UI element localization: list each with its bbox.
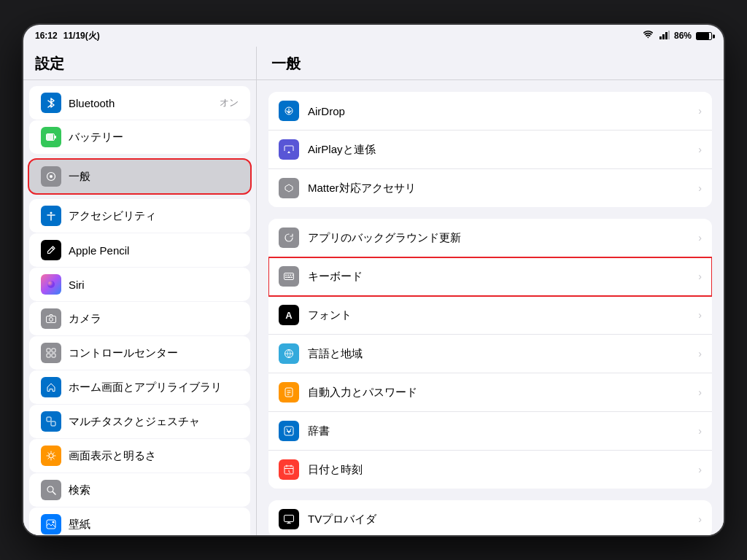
accessibility-label: アクセシビリティ xyxy=(69,209,239,223)
airdrop-label: AirDrop xyxy=(308,105,698,117)
sidebar-item-wallpaper[interactable]: 壁紙 xyxy=(29,508,250,535)
datetime-icon xyxy=(279,459,299,480)
airplay-icon xyxy=(279,139,299,160)
apprefresh-icon xyxy=(279,228,299,248)
right-item-apprefresh[interactable]: アプリのバックグラウンド更新 › xyxy=(268,219,712,257)
svg-rect-14 xyxy=(52,349,55,352)
keyboard-icon xyxy=(279,266,299,287)
svg-point-22 xyxy=(53,521,55,524)
autofill-icon xyxy=(279,382,299,402)
right-section-1: AirDrop › AirPlayと連係 › Mat xyxy=(268,92,712,207)
sidebar-item-battery[interactable]: バッテリー xyxy=(29,120,250,154)
svg-rect-28 xyxy=(292,275,293,276)
status-time: 16:12 xyxy=(35,31,58,41)
svg-point-10 xyxy=(47,281,55,288)
svg-rect-3 xyxy=(668,31,670,39)
camera-icon xyxy=(41,308,61,329)
airdrop-chevron: › xyxy=(698,105,702,117)
svg-rect-30 xyxy=(287,277,291,279)
sidebar-section-2: アクセシビリティ Apple Pencil Siri xyxy=(23,199,256,535)
sidebar-item-siri[interactable]: Siri xyxy=(29,268,250,301)
dictionary-icon xyxy=(279,421,299,441)
svg-rect-13 xyxy=(47,349,50,352)
autofill-label: 自動入力とパスワード xyxy=(308,386,698,400)
svg-rect-17 xyxy=(47,417,51,421)
svg-rect-31 xyxy=(291,277,293,279)
svg-rect-26 xyxy=(287,275,289,276)
sidebar-section-general: 一般 xyxy=(23,160,256,193)
sidebar-item-multitask[interactable]: マルチタスクとジェスチャ xyxy=(29,405,250,438)
sidebar-item-search[interactable]: 検索 xyxy=(29,473,250,507)
right-list: AirDrop › AirPlayと連係 › Mat xyxy=(257,80,724,535)
right-item-airplay[interactable]: AirPlayと連係 › xyxy=(268,131,712,169)
apprefresh-chevron: › xyxy=(698,232,702,244)
bluetooth-label: Bluetooth xyxy=(69,97,220,109)
right-item-tv[interactable]: TVプロバイダ › xyxy=(268,500,712,535)
wallpaper-icon xyxy=(41,514,61,534)
tv-label: TVプロバイダ xyxy=(308,513,698,526)
fonts-chevron: › xyxy=(698,309,702,321)
homescreen-icon xyxy=(41,377,61,397)
status-right: 86% xyxy=(643,31,712,42)
sidebar-item-pencil[interactable]: Apple Pencil xyxy=(29,233,250,267)
keyboard-chevron: › xyxy=(698,271,702,282)
svg-rect-2 xyxy=(665,32,667,39)
svg-rect-18 xyxy=(51,421,55,426)
right-panel-title: 一般 xyxy=(257,47,724,80)
svg-point-19 xyxy=(49,454,53,458)
sidebar-item-bluetooth[interactable]: Bluetooth オン xyxy=(29,86,250,120)
bluetooth-icon xyxy=(41,93,61,113)
sidebar-item-homescreen[interactable]: ホーム画面とアプリライブラリ xyxy=(29,370,250,404)
display-label: 画面表示と明るさ xyxy=(69,449,239,463)
right-item-fonts[interactable]: A フォント › xyxy=(268,296,712,335)
wifi-icon xyxy=(643,31,655,42)
search-icon xyxy=(41,480,61,500)
control-label: コントロールセンター xyxy=(69,346,239,360)
control-icon xyxy=(41,343,61,363)
sidebar-list: Bluetooth オン バッテリー xyxy=(23,80,256,535)
search-label: 検索 xyxy=(69,483,239,497)
svg-rect-5 xyxy=(47,134,53,140)
right-section-2: アプリのバックグラウンド更新 › キーボード › A フォント › xyxy=(268,219,712,489)
svg-rect-15 xyxy=(47,354,50,357)
svg-rect-1 xyxy=(662,34,665,39)
apprefresh-label: アプリのバックグラウンド更新 xyxy=(308,231,698,245)
battery-percent: 86% xyxy=(674,31,692,41)
tv-chevron: › xyxy=(698,513,702,525)
sidebar: 設定 Bluetooth オン バッテリー xyxy=(23,47,257,535)
matter-icon xyxy=(279,178,299,198)
language-icon xyxy=(279,343,299,364)
sidebar-item-general[interactable]: 一般 xyxy=(29,160,250,193)
signal-icon xyxy=(659,31,670,42)
status-date: 11/19(火) xyxy=(63,30,100,42)
right-item-matter[interactable]: Matter対応アクセサリ › xyxy=(268,169,712,207)
svg-point-9 xyxy=(50,212,53,214)
general-label: 一般 xyxy=(69,170,239,184)
right-item-language[interactable]: 言語と地域 › xyxy=(268,335,712,373)
svg-rect-27 xyxy=(290,275,291,276)
right-item-keyboard[interactable]: キーボード › xyxy=(268,257,712,296)
right-panel: 一般 AirDrop › AirPlayと連係 xyxy=(257,47,724,535)
svg-point-12 xyxy=(50,318,53,322)
status-bar: 16:12 11/19(火) 86% xyxy=(23,25,724,47)
sidebar-item-display[interactable]: 画面表示と明るさ xyxy=(29,439,250,472)
general-icon xyxy=(41,166,61,187)
right-item-autofill[interactable]: 自動入力とパスワード › xyxy=(268,373,712,412)
sidebar-item-camera[interactable]: カメラ xyxy=(29,302,250,335)
svg-rect-6 xyxy=(55,136,56,139)
svg-rect-29 xyxy=(285,277,287,279)
autofill-chevron: › xyxy=(698,386,702,398)
sidebar-item-control[interactable]: コントロールセンター xyxy=(29,336,250,370)
multitask-label: マルチタスクとジェスチャ xyxy=(69,415,239,429)
fonts-icon: A xyxy=(279,305,299,325)
right-item-dictionary[interactable]: 辞書 › xyxy=(268,412,712,451)
right-item-datetime[interactable]: 日付と時刻 › xyxy=(268,451,712,489)
sidebar-item-accessibility[interactable]: アクセシビリティ xyxy=(29,199,250,233)
right-item-airdrop[interactable]: AirDrop › xyxy=(268,92,712,131)
battery-label: バッテリー xyxy=(69,131,239,144)
multitask-icon xyxy=(41,411,61,432)
svg-rect-16 xyxy=(52,354,55,357)
battery-settings-icon xyxy=(41,127,61,147)
homescreen-label: ホーム画面とアプリライブラリ xyxy=(69,381,239,394)
svg-rect-25 xyxy=(285,275,287,276)
